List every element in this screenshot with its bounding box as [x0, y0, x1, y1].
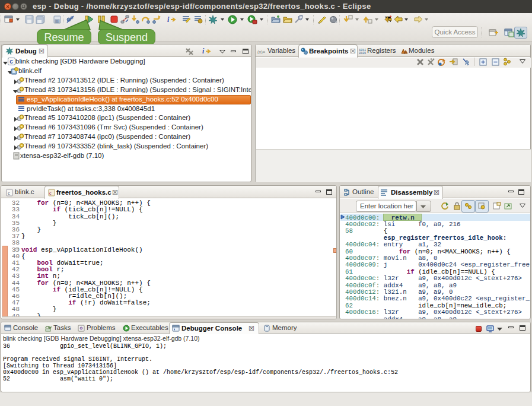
svg-text:c: c [9, 58, 13, 65]
svg-text:(x)=: (x)= [257, 49, 266, 54]
svg-text:0101: 0101 [359, 51, 366, 55]
svg-text:c: c [49, 191, 52, 196]
svg-text:c: c [8, 190, 10, 196]
